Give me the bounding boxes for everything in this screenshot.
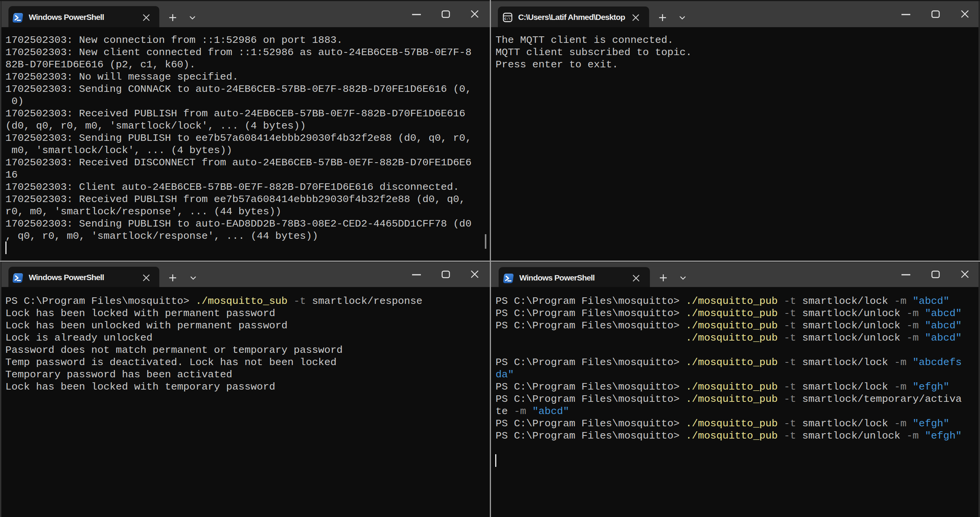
svg-text:C:\: C:\ [504,17,511,21]
